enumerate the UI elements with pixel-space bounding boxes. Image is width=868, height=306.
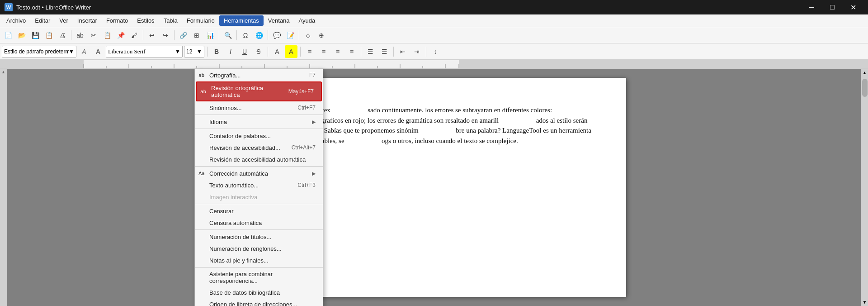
menu-ayuda[interactable]: Ayuda	[294, 15, 320, 26]
menu-item-censura-automatica[interactable]: Censura automática	[195, 217, 323, 229]
menu-formulario[interactable]: Formulario	[182, 15, 219, 26]
export-pdf-button[interactable]: 📋	[42, 29, 55, 42]
menu-insertar[interactable]: Insertar	[73, 15, 102, 26]
paragraph-style-dropdown[interactable]: Estilo de párrafo predetermi ▼	[2, 46, 76, 57]
left-sidebar: ▲	[0, 69, 7, 306]
align-center-button[interactable]: ≡	[317, 45, 330, 58]
more-shapes-button[interactable]: ⊕	[315, 29, 328, 42]
menu-herramientas[interactable]: Herramientas	[219, 15, 264, 26]
indent-decrease-button[interactable]: ⇤	[396, 45, 409, 58]
clone-format-button[interactable]: 🖌	[128, 29, 141, 42]
menu-item-numeracion-renglones[interactable]: Numeración de renglones...	[195, 243, 323, 254]
menu-ver[interactable]: Ver	[55, 15, 73, 26]
ruler-inner	[0, 60, 868, 68]
table-button[interactable]: ⊞	[190, 29, 203, 42]
menu-item-censurar[interactable]: Censurar	[195, 205, 323, 217]
size-dropdown-arrow: ▼	[197, 48, 202, 55]
sep-6	[195, 267, 323, 268]
minimize-button[interactable]: ─	[801, 0, 822, 14]
menu-item-ortografia[interactable]: ab Ortografía... F7	[195, 69, 323, 81]
strikethrough-button[interactable]: S	[252, 45, 265, 58]
align-left-button[interactable]: ≡	[303, 45, 316, 58]
menu-item-revision-accesibilidad-auto[interactable]: Revisión de accesibilidad automática	[195, 153, 323, 165]
maximize-button[interactable]: □	[822, 0, 843, 14]
menu-archivo[interactable]: Archivo	[2, 15, 30, 26]
fmt-sep5	[393, 47, 394, 57]
menu-editar[interactable]: Editar	[30, 15, 55, 26]
font-dropdown[interactable]: Liberation Serif ▼	[106, 46, 183, 57]
menu-item-sinonimos[interactable]: Sinónimos... Ctrl+F7	[195, 102, 323, 114]
menu-item-asistente-combinacion[interactable]: Asistente para combinar correspondencia.…	[195, 268, 323, 287]
web-button[interactable]: 🌐	[253, 29, 265, 42]
style-icon-b[interactable]: A	[92, 45, 104, 58]
title-bar-left: W Testo.odt • LibreOffice Writer	[5, 3, 91, 11]
list-unordered-button[interactable]: ☰	[364, 45, 377, 58]
herramientas-menu: ab Ortografía... F7 ab Revisión ortográf…	[194, 69, 323, 306]
sep-2	[195, 129, 323, 129]
menu-item-correccion-automatica[interactable]: Aa Corrección automática ▶	[195, 167, 323, 179]
scroll-thumb[interactable]	[862, 79, 868, 97]
menu-formato[interactable]: Formato	[102, 15, 132, 26]
style-icon-a[interactable]: A	[78, 45, 90, 58]
shape-button[interactable]: ◇	[302, 29, 314, 42]
undo-button[interactable]: ↩	[146, 29, 158, 42]
spell-button[interactable]: ab	[74, 29, 86, 42]
special-char-button[interactable]: Ω	[239, 29, 252, 42]
redo-button[interactable]: ↪	[159, 29, 172, 42]
fmt-sep6	[426, 47, 426, 57]
sep5	[236, 30, 237, 40]
menu-item-base-datos[interactable]: Base de datos bibliográfica	[195, 287, 323, 298]
menu-item-texto-automatico[interactable]: Texto automático... Ctrl+F3	[195, 179, 323, 191]
bold-button[interactable]: B	[210, 45, 223, 58]
sep4	[219, 30, 219, 40]
format-bar: Estilo de párrafo predetermi ▼ A A Liber…	[0, 43, 868, 60]
sep6	[268, 30, 268, 40]
open-button[interactable]: 📂	[15, 29, 28, 42]
align-justify-button[interactable]: ≡	[345, 45, 358, 58]
fmt-sep1	[207, 47, 208, 57]
ruler	[0, 60, 868, 69]
sep-5	[195, 230, 323, 230]
menu-item-contador-palabras[interactable]: Contador de palabras...	[195, 130, 323, 142]
comment-button[interactable]: 💬	[270, 29, 283, 42]
font-dropdown-arrow: ▼	[175, 48, 180, 55]
menu-item-idioma[interactable]: Idioma ▶	[195, 116, 323, 128]
ortografia-icon: ab	[198, 72, 204, 78]
menu-item-origen-libreta[interactable]: Origen de libreta de direcciones...	[195, 298, 323, 306]
hyperlink-button[interactable]: 🔗	[177, 29, 189, 42]
cut-button[interactable]: ✂	[87, 29, 100, 42]
document-container[interactable]: Escribe o pega tu tex sado contínuamente…	[7, 69, 861, 306]
menu-item-revision-accesibilidad[interactable]: Revisión de accesibilidad... Ctrl+Alt+7	[195, 142, 323, 153]
list-ordered-button[interactable]: ☰	[378, 45, 391, 58]
line-spacing-button[interactable]: ↕	[429, 45, 442, 58]
svg-rect-4	[459, 60, 868, 69]
indent-increase-button[interactable]: ⇥	[410, 45, 423, 58]
menu-estilos[interactable]: Estilos	[132, 15, 159, 26]
underline-button[interactable]: U	[238, 45, 251, 58]
menu-tabla[interactable]: Tabla	[159, 15, 182, 26]
chart-button[interactable]: 📊	[204, 29, 217, 42]
find-button[interactable]: 🔍	[222, 29, 234, 42]
font-color-button[interactable]: A	[271, 45, 283, 58]
menu-item-numeracion-titulos[interactable]: Numeración de títulos...	[195, 231, 323, 243]
close-button[interactable]: ✕	[843, 0, 863, 14]
right-scrollbar[interactable]: ▲ ▼	[861, 69, 868, 306]
italic-button[interactable]: I	[224, 45, 237, 58]
menu-ventana[interactable]: Ventana	[264, 15, 294, 26]
new-button[interactable]: 📄	[2, 29, 14, 42]
title-bar: W Testo.odt • LibreOffice Writer ─ □ ✕	[0, 0, 868, 14]
copy-button[interactable]: 📋	[101, 29, 113, 42]
print-button[interactable]: 🖨	[56, 29, 69, 42]
sep-4	[195, 204, 323, 204]
paste-button[interactable]: 📌	[114, 29, 127, 42]
highlight-button[interactable]: A	[285, 45, 297, 58]
toolbar: 📄 📂 💾 📋 🖨 ab ✂ 📋 📌 🖌 ↩ ↪ 🔗 ⊞ 📊 🔍 Ω 🌐 💬 📝…	[0, 27, 868, 43]
scroll-down-button[interactable]: ▼	[863, 298, 867, 306]
scroll-up-button[interactable]: ▲	[863, 69, 867, 76]
track-changes-button[interactable]: 📝	[284, 29, 297, 42]
font-size-dropdown[interactable]: 12 ▼	[184, 46, 204, 57]
align-right-button[interactable]: ≡	[331, 45, 344, 58]
save-button[interactable]: 💾	[29, 29, 42, 42]
menu-item-revision-ortografica[interactable]: ab Revisión ortográfica automática Mayús…	[196, 81, 322, 101]
menu-item-notas-pie[interactable]: Notas al pie y finales...	[195, 254, 323, 266]
